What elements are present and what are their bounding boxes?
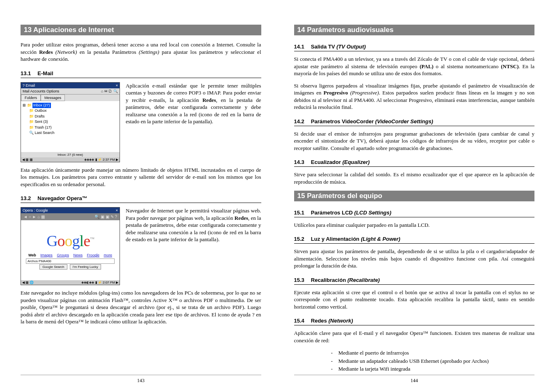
opera-description: Navegador de Internet que le permitirá v… xyxy=(126,207,261,285)
list-item: Mediante la tarjeta Wifi integrada xyxy=(331,365,535,373)
email-block: ? Email× Mail Accounts Options ⌂ ✉ 🗋 🔍 F… xyxy=(21,82,261,162)
p151: Utilícelos para eliminar cualquier parpa… xyxy=(294,221,535,229)
p154: Aplicación clave para que el E-mail y el… xyxy=(294,330,535,344)
opera-after-text: Este navegador no incluye módulos (plug-… xyxy=(21,289,261,325)
page-left: 13 Aplicaciones de Internet Para poder u… xyxy=(21,25,261,384)
opera-taskbar: ◀ ▦ 🌐 ◈◈◐◈◈ ▮ ⚡ 2:07 PM ▶ xyxy=(21,280,120,285)
mail-icons: ⌂ ✉ 🗋 🔍 xyxy=(101,89,118,93)
subsection-13-2: 13.2Navegador Opera™ xyxy=(21,195,261,203)
section-13-header: 13 Aplicaciones de Internet xyxy=(21,25,261,35)
google-buttons: Google Search I'm Feeling Lucky xyxy=(39,265,102,269)
subsection-14-1: 14.1Salida TV (TV Output) xyxy=(294,44,535,51)
subsection-15-2: 15.2Luz y Alimentación (Light & Power) xyxy=(294,236,535,244)
sec13-intro: Para poder utilizar estos programas, deb… xyxy=(21,41,261,63)
subsection-14-2: 14.2Parámetros VideoCorder (VideoCorder … xyxy=(294,118,535,126)
google-tabs: Web Images Groups News Froogle more xyxy=(27,253,114,257)
close-icon: × xyxy=(116,83,118,88)
section-14-header: 14 Parámetros audiovisuales xyxy=(294,25,535,35)
section-15-header: 15 Parámetros del equipo xyxy=(294,191,535,201)
email-menubar: Mail Accounts Options ⌂ ✉ 🗋 🔍 xyxy=(21,88,120,95)
p142: Si decide usar el emisor de infrarrojos … xyxy=(294,130,535,152)
opera-toolbar: ◄ ○ ► ⌂ ▦ 🔍 ▣ ▣ ✎ ? xyxy=(21,213,120,220)
page-number-left: 143 xyxy=(21,375,261,384)
p143: Sirve para seleccionar la calidad del so… xyxy=(294,171,535,185)
page-number-right: 144 xyxy=(294,375,535,384)
email-status: Inbox: 27 (0 new) xyxy=(21,152,120,157)
search-input: Archos PMA400 xyxy=(26,258,115,264)
p152: Sirven para ajustar los parámetros de pa… xyxy=(294,248,535,270)
subsection-13-1: 13.1E-Mail xyxy=(21,70,261,78)
email-after-text: Esta aplicación únicamente puede manejar… xyxy=(21,166,261,188)
google-logo: Google™ xyxy=(46,232,94,250)
email-titlebar: ? Email× xyxy=(21,83,120,88)
subsection-15-1: 15.1Parámetros LCD (LCD Settings) xyxy=(294,210,535,217)
subsection-14-3: 14.3Ecualizador (Equalizer) xyxy=(294,159,535,167)
email-description: Aplicación e-mail estándar que le permit… xyxy=(126,82,261,162)
page-right: 14 Parámetros audiovisuales 14.1Salida T… xyxy=(294,25,535,384)
p153: Ejecute esta aplicación si cree que el c… xyxy=(294,289,535,311)
email-app-mock: ? Email× Mail Accounts Options ⌂ ✉ 🗋 🔍 F… xyxy=(21,82,120,162)
network-list: Mediante el puerto de infrarrojos Median… xyxy=(331,349,535,373)
email-tabs: Folders Messages xyxy=(21,95,120,101)
p141a: Si conecta el PMA400 a un televisor, ya … xyxy=(294,55,535,77)
list-item: Mediante el puerto de infrarrojos xyxy=(331,349,535,357)
folder-tree: ⊞ 📁 Inbox (27) 📁 Outbox 📁 Drafts 📁 Sent … xyxy=(21,101,120,152)
tab-messages: Messages xyxy=(41,95,65,101)
subsection-15-4: 15.4Redes (Network) xyxy=(294,318,535,325)
opera-block: Opera : Google× ◄ ○ ► ⌂ ▦ 🔍 ▣ ▣ ✎ ? Goog… xyxy=(21,207,261,285)
opera-titlebar: Opera : Google× xyxy=(21,208,120,213)
opera-app-mock: Opera : Google× ◄ ○ ► ⌂ ▦ 🔍 ▣ ▣ ✎ ? Goog… xyxy=(21,207,120,285)
tab-folders: Folders xyxy=(21,95,41,101)
p141b: Si observa ligeros parpadeos al visualiz… xyxy=(294,82,535,111)
close-icon: × xyxy=(116,208,118,212)
google-page: Google™ Web Images Groups News Froogle m… xyxy=(21,220,120,280)
list-item: Mediante un adaptador cableado USB Ether… xyxy=(331,357,535,365)
email-taskbar: ◀ ▦ ▦ ◈◈◈◈ ▮ ⚡ 2:37 PM ▶ xyxy=(21,157,120,162)
subsection-15-3: 15.3Recalibración (Recalibrate) xyxy=(294,277,535,285)
